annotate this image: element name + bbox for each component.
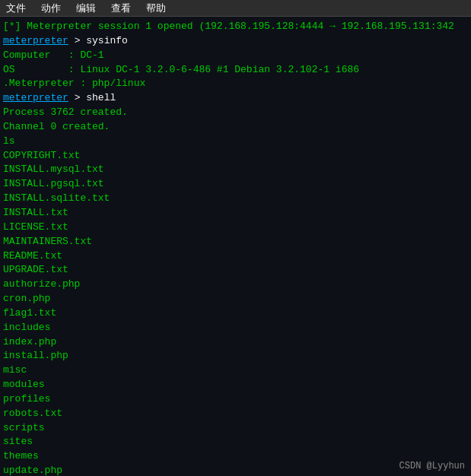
file-install-sqlite: INSTALL.sqlite.txt	[3, 192, 468, 206]
menu-help[interactable]: 帮助	[143, 2, 169, 15]
dir-sites: sites	[3, 435, 468, 449]
file-license: LICENSE.txt	[3, 221, 468, 235]
dir-scripts: scripts	[3, 421, 468, 436]
session-line: [*] Meterpreter session 1 opened (192.16…	[3, 20, 468, 34]
process-created: Process 3762 created.	[3, 106, 468, 120]
channel-created: Channel 0 created.	[3, 120, 468, 135]
file-install-mysql: INSTALL.mysql.txt	[3, 163, 468, 177]
menu-file[interactable]: 文件	[3, 2, 29, 15]
dir-themes: themes	[3, 449, 468, 464]
ls-cmd: ls	[3, 135, 468, 149]
file-authorize: authorize.php	[3, 278, 468, 292]
file-robots: robots.txt	[3, 407, 468, 421]
file-flag1: flag1.txt	[3, 306, 468, 321]
sysinfo-computer: Computer : DC-1	[3, 49, 468, 63]
terminal[interactable]: [*] Meterpreter session 1 opened (192.16…	[0, 17, 471, 476]
sysinfo-os: OS : Linux DC-1 3.2.0-6-486 #1 Debian 3.…	[3, 63, 468, 78]
file-install: INSTALL.txt	[3, 206, 468, 221]
dir-profiles: profiles	[3, 392, 468, 407]
sysinfo-prompt-line: meterpreter > sysinfo	[3, 34, 468, 49]
file-readme: README.txt	[3, 249, 468, 264]
dir-includes: includes	[3, 321, 468, 335]
file-cron: cron.php	[3, 292, 468, 306]
file-copyright: COPYRIGHT.txt	[3, 149, 468, 163]
prompt1: meterpreter	[3, 35, 68, 46]
dir-misc: misc	[3, 363, 468, 378]
file-install-pgsql: INSTALL.pgsql.txt	[3, 177, 468, 192]
cmd1: > sysinfo	[68, 35, 128, 46]
file-index: index.php	[3, 335, 468, 350]
file-maintainers: MAINTAINERS.txt	[3, 235, 468, 249]
menubar: 文件 动作 编辑 查看 帮助	[0, 0, 471, 17]
menu-view[interactable]: 查看	[108, 2, 134, 15]
watermark-text: CSDN @Lyyhun	[399, 461, 465, 471]
menu-edit[interactable]: 编辑	[73, 2, 99, 15]
sysinfo-meterp: .Meterpreter : php/linux	[3, 77, 468, 91]
file-update: update.php	[3, 464, 468, 476]
prompt2: meterpreter	[3, 92, 68, 103]
menu-action[interactable]: 动作	[38, 2, 64, 15]
dir-modules: modules	[3, 378, 468, 392]
shell-prompt-line: meterpreter > shell	[3, 91, 468, 106]
cmd2: > shell	[68, 92, 116, 103]
file-install-php: install.php	[3, 349, 468, 363]
file-upgrade: UPGRADE.txt	[3, 263, 468, 278]
